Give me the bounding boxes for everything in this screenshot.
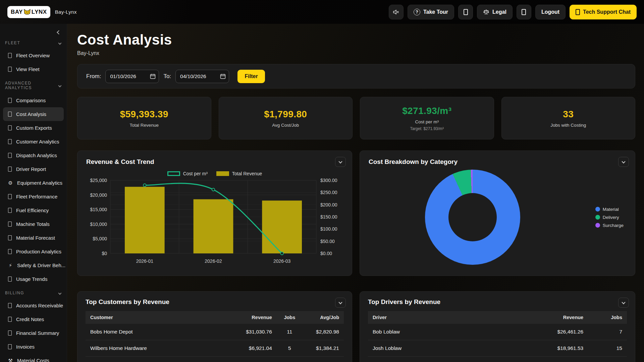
page-subtitle: Bay-Lynx: [77, 50, 635, 56]
chevron-down-icon: [338, 160, 342, 163]
donut-legend-item-surcharge[interactable]: Surcharge: [595, 223, 624, 228]
mute-button[interactable]: [389, 5, 404, 19]
tech-support-chat-button[interactable]: Tech Support Chat: [570, 5, 637, 19]
sidebar-item-financial-summary[interactable]: Financial Summary: [3, 326, 64, 340]
sidebar-item-production-analytics[interactable]: Production Analytics: [3, 245, 64, 258]
sidebar-section-fleet[interactable]: FLEET: [3, 36, 64, 49]
sidebar-section-advanced-analytics[interactable]: ADVANCED ANALYTICS: [3, 76, 64, 94]
legend-label: Surcharge: [603, 223, 624, 228]
sidebar-item-credit-notes[interactable]: Credit Notes: [3, 312, 64, 326]
donut-legend-item-material[interactable]: Material: [595, 207, 624, 212]
to-label: To:: [163, 73, 171, 80]
sidebar-item-fleet-performance[interactable]: Fleet Performance: [3, 190, 64, 203]
unknown-glyph-button-2[interactable]: [517, 5, 531, 19]
take-tour-label: Take Tour: [423, 9, 448, 15]
table-cell: $26,461.26: [523, 324, 588, 340]
main-content: Cost Analysis Bay-Lynx From: To: Filter …: [67, 24, 644, 362]
legend-label: Total Revenue: [232, 171, 262, 176]
placeholder-icon: [8, 208, 12, 213]
donut-legend-item-delivery[interactable]: Delivery: [595, 215, 624, 220]
kpi-card-jobs-with-costing: 33 Jobs with Costing: [501, 97, 636, 139]
chat-icon: [576, 9, 580, 15]
placeholder-icon: [8, 277, 12, 282]
baylynx-logo[interactable]: BAY LYNX: [7, 6, 50, 18]
column-header-revenue: Revenue: [220, 311, 276, 324]
collapse-card-button[interactable]: [618, 157, 629, 167]
placeholder-icon: [8, 153, 12, 158]
sidebar-item-material-forecast[interactable]: Material Forecast: [3, 231, 64, 245]
topbar: BAY LYNX Bay-Lynx ? Take Tour Legal: [0, 0, 644, 24]
question-icon: ?: [414, 9, 420, 15]
revenue-cost-trend-card: Revenue & Cost Trend Cost per m³ Total R…: [77, 150, 352, 276]
sidebar-item-label: Safety & Driver Beh...: [17, 262, 65, 268]
placeholder-icon: [8, 67, 12, 72]
svg-text:$50.00: $50.00: [320, 239, 335, 244]
logout-button[interactable]: Logout: [535, 5, 566, 19]
lightning-icon: ⚡: [8, 262, 13, 268]
sidebar-nav: FLEET Fleet OverviewView FleetADVANCED A…: [3, 36, 64, 362]
sidebar-collapse-button[interactable]: [57, 29, 60, 35]
table-cell: 15: [588, 340, 627, 357]
sidebar-item-equipment-analytics[interactable]: ⚙Equipment Analytics: [3, 176, 64, 190]
sidebar-item-label: Cost Analysis: [16, 111, 46, 117]
legend-label: Cost per m³: [183, 171, 208, 176]
sidebar-item-safety-driver-beh[interactable]: ⚡Safety & Driver Beh...: [3, 258, 64, 272]
table-row: Bobs Home Depot$31,030.7611$2,820.98: [86, 324, 344, 340]
sidebar-item-fleet-overview[interactable]: Fleet Overview: [3, 49, 64, 62]
kpi-label: Jobs with Costing: [550, 123, 586, 128]
collapse-card-button[interactable]: [618, 298, 629, 308]
kpi-value: $59,393.39: [120, 109, 168, 120]
table-cell: $1,384.21: [303, 340, 344, 357]
sidebar-item-machine-totals[interactable]: Machine Totals: [3, 217, 64, 231]
sidebar-item-usage-trends[interactable]: Usage Trends: [3, 272, 64, 286]
sidebar-item-label: Driver Report: [16, 166, 46, 172]
svg-text:2026-03: 2026-03: [273, 258, 291, 264]
sidebar-item-label: Equipment Analytics: [17, 180, 62, 186]
sidebar-item-customer-analytics[interactable]: Customer Analytics: [3, 135, 64, 148]
sidebar-item-comparisons[interactable]: Comparisons: [3, 94, 64, 107]
chevron-down-icon: [58, 84, 62, 87]
sidebar-item-view-fleet[interactable]: View Fleet: [3, 62, 64, 76]
sidebar-item-cost-analysis[interactable]: Cost Analysis: [3, 107, 64, 121]
cost-breakdown-card: Cost Breakdown by Category Material Deli…: [360, 150, 635, 276]
sidebar-item-custom-exports[interactable]: Custom Exports: [3, 121, 64, 135]
legend-label: Delivery: [603, 215, 619, 220]
kpi-value: 33: [563, 109, 574, 120]
table-row: Stanley Industrial Contracting$6,110.764…: [86, 357, 344, 362]
collapse-card-button[interactable]: [335, 157, 346, 167]
sidebar-item-invoices[interactable]: Invoices: [3, 340, 64, 354]
unknown-glyph-button-1[interactable]: [458, 5, 473, 19]
table-cell: $31,030.76: [220, 324, 276, 340]
sidebar-item-label: Dispatch Analytics: [16, 153, 57, 158]
legend-item-total-revenue[interactable]: Total Revenue: [216, 171, 262, 176]
chevron-left-icon: [57, 30, 61, 35]
sidebar-item-driver-report[interactable]: Driver Report: [3, 162, 64, 176]
sidebar-item-fuel-efficiency[interactable]: Fuel Efficiency: [3, 203, 64, 217]
table-cell: $2,820.98: [303, 324, 344, 340]
legal-button[interactable]: Legal: [477, 5, 513, 19]
sidebar-item-dispatch-analytics[interactable]: Dispatch Analytics: [3, 148, 64, 162]
table-cell: 7: [588, 324, 627, 340]
sidebar-item-label: Fleet Performance: [16, 194, 57, 199]
sidebar-item-label: Accounts Receivable: [16, 303, 63, 308]
svg-text:$15,000: $15,000: [90, 207, 107, 212]
placeholder-icon: [8, 235, 12, 240]
legend-item-cost-per-m[interactable]: Cost per m³: [167, 171, 208, 176]
sidebar-item-material-costs[interactable]: ⚒Material Costs: [3, 354, 64, 362]
tech-support-label: Tech Support Chat: [583, 9, 631, 15]
sidebar-item-label: Material Forecast: [16, 235, 55, 241]
take-tour-button[interactable]: ? Take Tour: [408, 5, 454, 19]
section-label: BILLING: [5, 291, 24, 295]
sidebar-section-billing[interactable]: BILLING: [3, 286, 64, 299]
filter-button[interactable]: Filter: [237, 70, 265, 83]
sidebar-item-label: Financial Summary: [16, 330, 59, 336]
collapse-card-button[interactable]: [335, 298, 346, 308]
sidebar-item-accounts-receivable[interactable]: Accounts Receivable: [3, 299, 64, 312]
column-header-revenue: Revenue: [523, 311, 588, 324]
table-cell: $1,527.69: [303, 357, 344, 362]
table-row: Josh Loblaw$18,961.5315: [368, 340, 627, 357]
tofu-icon: [522, 9, 526, 15]
table-row: Alex M$17,970.6011: [368, 357, 627, 362]
legend-dot: [595, 215, 600, 220]
table-cell: Wilbers Home Hardware: [86, 340, 220, 357]
